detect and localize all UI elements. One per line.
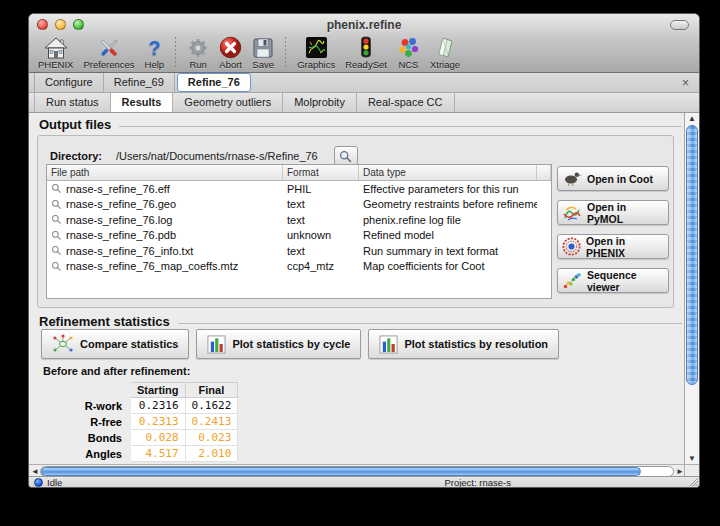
magnifier-icon xyxy=(51,230,62,241)
file-path-cell: rnase-s_refine_76_info.txt xyxy=(66,245,193,257)
results-tab-bar: Run status Results Geometry outliers Mol… xyxy=(29,93,699,113)
subtab-molprobity[interactable]: Molprobity xyxy=(283,93,357,112)
resize-grip-icon[interactable] xyxy=(688,476,698,486)
pymol-ribbon-icon xyxy=(562,204,582,222)
before-after-subtitle: Before and after refinement: xyxy=(43,365,190,377)
file-path-cell: rnase-s_refine_76.log xyxy=(66,214,172,226)
abort-button[interactable]: Abort xyxy=(214,35,247,70)
stats-starting-value: 4.517 xyxy=(131,446,186,462)
toolbar-item-label: NCS xyxy=(398,59,418,70)
subtab-real-space-cc[interactable]: Real-space CC xyxy=(357,93,455,112)
data-type-cell: Effective parameters for this run xyxy=(359,183,537,195)
scroll-down-icon[interactable]: ▼ xyxy=(685,454,699,463)
help-button[interactable]: ? Help xyxy=(140,35,170,70)
main-tab-bar: Configure Refine_69 Refine_76 × xyxy=(29,73,699,93)
tab-refine-69[interactable]: Refine_69 xyxy=(104,73,175,92)
stats-row-label: Bonds xyxy=(77,430,131,446)
subtab-run-status[interactable]: Run status xyxy=(34,93,111,112)
preferences-button[interactable]: Preferences xyxy=(78,35,139,70)
toolbar-separator xyxy=(175,37,176,69)
table-row[interactable]: rnase-s_refine_76.eff PHIL Effective par… xyxy=(47,181,551,197)
toolbar-separator xyxy=(285,37,286,69)
vertical-scrollbar[interactable]: ▲ ▼ xyxy=(684,113,699,464)
magnifier-icon xyxy=(51,261,62,272)
toolbar-item-label: Graphics xyxy=(297,59,335,70)
vertical-scrollbar-thumb[interactable] xyxy=(686,125,698,385)
table-row[interactable]: rnase-s_refine_76.log text phenix.refine… xyxy=(47,212,551,228)
open-in-pymol-label: Open in PyMOL xyxy=(587,201,664,225)
coot-bird-icon xyxy=(562,170,582,187)
data-type-cell: phenix.refine log file xyxy=(359,214,537,226)
open-in-coot-button[interactable]: Open in Coot xyxy=(557,166,669,191)
toolbar-item-label: PHENIX xyxy=(38,59,73,70)
subtab-results[interactable]: Results xyxy=(111,93,174,112)
graphics-button[interactable]: Graphics xyxy=(292,35,340,70)
tab-configure[interactable]: Configure xyxy=(34,73,104,92)
window-chrome: phenix.refine PHENIX xyxy=(29,14,699,73)
stats-starting-value: 0.028 xyxy=(131,430,186,446)
column-header-format[interactable]: Format xyxy=(283,165,359,180)
scroll-left-icon[interactable]: ◄ xyxy=(31,467,39,476)
close-tab-icon[interactable]: × xyxy=(682,77,689,89)
crystal-icon xyxy=(434,36,456,59)
toolbar-item-label: Save xyxy=(252,59,274,70)
scroll-right-icon[interactable]: ► xyxy=(676,467,684,476)
table-row[interactable]: rnase-s_refine_76.pdb unknown Refined mo… xyxy=(47,228,551,244)
open-in-coot-label: Open in Coot xyxy=(587,173,653,185)
tools-icon xyxy=(97,36,121,59)
open-in-pymol-button[interactable]: Open in PyMOL xyxy=(557,200,669,225)
plot-by-cycle-label: Plot statistics by cycle xyxy=(232,338,350,350)
stats-final-value: 0.1622 xyxy=(185,398,238,414)
table-row[interactable]: rnase-s_refine_76_map_coeffs.mtz ccp4_mt… xyxy=(47,259,551,275)
data-type-cell: Geometry restraints before refinement xyxy=(359,198,537,210)
horizontal-scrollbar-thumb[interactable] xyxy=(41,467,641,476)
plot-by-resolution-label: Plot statistics by resolution xyxy=(404,338,548,350)
column-header-data-type[interactable]: Data type xyxy=(359,165,537,180)
molecules-icon xyxy=(397,36,420,59)
open-in-phenix-button[interactable]: Open in PHENIX xyxy=(557,234,669,259)
format-cell: PHIL xyxy=(283,183,359,195)
table-row[interactable]: rnase-s_refine_76.geo text Geometry rest… xyxy=(47,197,551,213)
tab-refine-76[interactable]: Refine_76 xyxy=(177,73,251,92)
column-header-stub xyxy=(537,165,551,180)
sequence-viewer-button[interactable]: Sequence viewer xyxy=(557,268,669,293)
compare-statistics-label: Compare statistics xyxy=(80,338,178,350)
table-row[interactable]: rnase-s_refine_76_info.txt text Run summ… xyxy=(47,243,551,259)
open-in-phenix-label: Open in PHENIX xyxy=(586,235,664,259)
save-button[interactable]: Save xyxy=(247,35,279,70)
stats-header-starting: Starting xyxy=(131,383,186,398)
ncs-button[interactable]: NCS xyxy=(392,35,425,70)
table-header[interactable]: File path Format Data type xyxy=(47,165,551,181)
run-button[interactable]: Run xyxy=(182,35,214,70)
stats-starting-value: 0.2316 xyxy=(131,398,186,414)
toolbar-toggle-button[interactable] xyxy=(670,20,689,30)
data-type-cell: Refined model xyxy=(359,229,537,241)
format-cell: text xyxy=(283,198,359,210)
plot-statistics-by-resolution-button[interactable]: Plot statistics by resolution xyxy=(368,329,559,359)
title-bar[interactable]: phenix.refine xyxy=(29,14,699,35)
stats-row-label: Angles xyxy=(77,446,131,462)
toolbar-item-label: Xtriage xyxy=(430,59,460,70)
browse-directory-button[interactable] xyxy=(334,146,358,166)
xtriage-button[interactable]: Xtriage xyxy=(425,35,465,70)
format-cell: ccp4_mtz xyxy=(283,260,359,272)
column-header-file-path[interactable]: File path xyxy=(47,165,283,180)
magnifier-icon xyxy=(51,199,62,210)
subtab-geometry-outliers[interactable]: Geometry outliers xyxy=(173,93,283,112)
format-cell: text xyxy=(283,214,359,226)
readyset-button[interactable]: ReadySet xyxy=(340,35,392,70)
file-path-cell: rnase-s_refine_76_map_coeffs.mtz xyxy=(66,260,238,272)
status-bar: Idle Project: rnase-s xyxy=(29,476,699,487)
stats-row-label: R-work xyxy=(77,398,131,414)
compare-statistics-button[interactable]: Compare statistics xyxy=(41,329,189,359)
question-icon: ? xyxy=(148,36,160,59)
home-icon xyxy=(44,36,68,59)
plot-statistics-by-cycle-button[interactable]: Plot statistics by cycle xyxy=(196,329,361,359)
data-type-cell: Run summary in text format xyxy=(359,245,537,257)
format-cell: text xyxy=(283,245,359,257)
toolbar-item-label: Preferences xyxy=(83,59,134,70)
phenix-home-button[interactable]: PHENIX xyxy=(33,35,78,70)
scroll-up-icon[interactable]: ▲ xyxy=(685,114,699,123)
abort-x-icon xyxy=(219,36,242,59)
format-cell: unknown xyxy=(283,229,359,241)
